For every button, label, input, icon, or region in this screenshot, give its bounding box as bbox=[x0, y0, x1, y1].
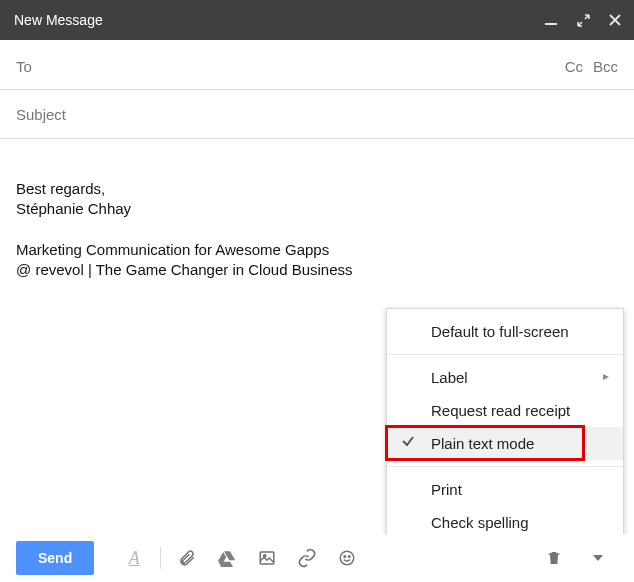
insert-photo-icon[interactable] bbox=[257, 548, 277, 568]
svg-point-2 bbox=[264, 555, 266, 557]
menu-item-label: Plain text mode bbox=[431, 435, 534, 452]
toolbar-divider bbox=[160, 547, 161, 569]
svg-rect-0 bbox=[545, 23, 557, 25]
to-label: To bbox=[16, 58, 565, 75]
header-controls bbox=[544, 13, 622, 27]
compose-header: New Message bbox=[0, 0, 634, 40]
check-icon bbox=[401, 434, 415, 448]
formatting-icon[interactable]: A bbox=[124, 548, 144, 568]
subject-label: Subject bbox=[16, 106, 66, 123]
body-line: Best regards, bbox=[16, 180, 105, 197]
insert-link-icon[interactable] bbox=[297, 548, 317, 568]
body-line: Stéphanie Chhay bbox=[16, 200, 131, 217]
svg-point-5 bbox=[349, 556, 351, 558]
svg-point-3 bbox=[340, 551, 354, 565]
menu-label[interactable]: Label bbox=[387, 361, 623, 394]
to-row[interactable]: To Cc Bcc bbox=[0, 40, 634, 90]
drive-icon[interactable] bbox=[217, 548, 237, 568]
more-options-icon[interactable] bbox=[588, 548, 608, 568]
compose-toolbar: Send A bbox=[0, 534, 634, 582]
menu-separator bbox=[387, 354, 623, 355]
menu-default-fullscreen[interactable]: Default to full-screen bbox=[387, 315, 623, 348]
discard-icon[interactable] bbox=[544, 548, 564, 568]
menu-print[interactable]: Print bbox=[387, 473, 623, 506]
message-body[interactable]: Best regards, Stéphanie Chhay Marketing … bbox=[0, 139, 634, 280]
subject-row[interactable]: Subject bbox=[0, 90, 634, 139]
close-icon[interactable] bbox=[608, 13, 622, 27]
menu-plain-text-mode[interactable]: Plain text mode bbox=[387, 427, 623, 460]
more-options-menu: Default to full-screen Label Request rea… bbox=[386, 308, 624, 546]
menu-separator bbox=[387, 466, 623, 467]
send-button[interactable]: Send bbox=[16, 541, 94, 575]
menu-read-receipt[interactable]: Request read receipt bbox=[387, 394, 623, 427]
minimize-icon[interactable] bbox=[544, 13, 558, 27]
body-line: @ revevol | The Game Changer in Cloud Bu… bbox=[16, 261, 353, 278]
attach-icon[interactable] bbox=[177, 548, 197, 568]
body-line: Marketing Communication for Awesome Gapp… bbox=[16, 241, 329, 258]
svg-point-4 bbox=[344, 556, 346, 558]
cc-button[interactable]: Cc bbox=[565, 58, 583, 75]
compose-title: New Message bbox=[14, 12, 544, 28]
expand-icon[interactable] bbox=[576, 13, 590, 27]
bcc-button[interactable]: Bcc bbox=[593, 58, 618, 75]
emoji-icon[interactable] bbox=[337, 548, 357, 568]
